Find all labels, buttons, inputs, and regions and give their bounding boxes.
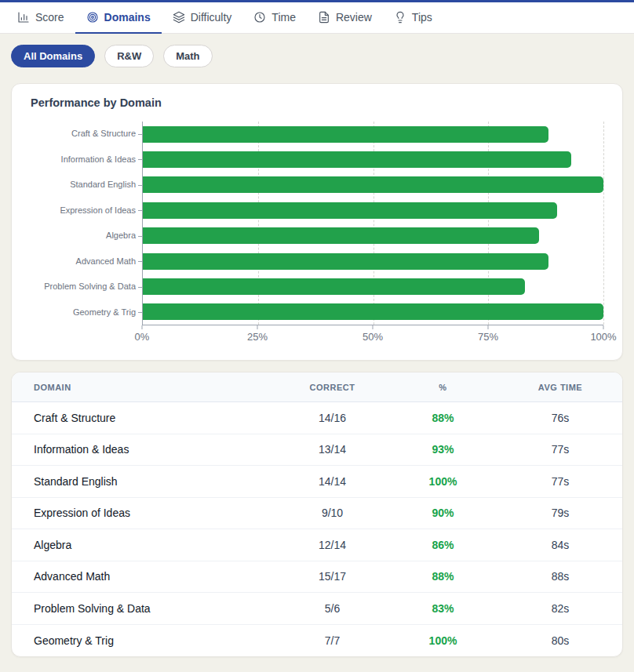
- x-axis-tick-label: 50%: [363, 331, 383, 343]
- clock-icon: [253, 11, 266, 24]
- domain-stats-table: DOMAIN CORRECT % AVG TIME Craft & Struct…: [11, 372, 623, 657]
- cell-avg-time: 88s: [498, 570, 622, 583]
- tab-tips[interactable]: Tips: [383, 2, 443, 34]
- gridline-100: [603, 122, 604, 325]
- chart-category-label: Information & Ideas: [24, 147, 142, 173]
- chart-category-label: Geometry & Trig: [24, 300, 142, 326]
- filter-pill-all-domains[interactable]: All Domains: [11, 45, 95, 67]
- lightbulb-icon: [394, 11, 406, 24]
- tab-label: Review: [336, 11, 372, 24]
- tab-label: Time: [271, 11, 296, 24]
- cell-domain: Craft & Structure: [34, 412, 277, 424]
- cell-avg-time: 77s: [498, 443, 622, 456]
- chart-category-label: Algebra: [24, 223, 142, 249]
- cell-avg-time: 76s: [498, 412, 622, 424]
- table-row: Standard English14/14100%77s: [12, 466, 622, 498]
- x-axis-tick-label: 0%: [135, 331, 150, 343]
- domain-filter-pills: All DomainsR&WMath: [0, 34, 634, 72]
- cell-percent: 90%: [388, 507, 498, 519]
- chart-category-label: Problem Solving & Data: [24, 274, 142, 300]
- chart-bar-row: [143, 147, 603, 172]
- tab-label: Difficulty: [191, 11, 232, 24]
- bar-geometry-trig: [143, 303, 603, 320]
- cell-percent: 88%: [388, 570, 498, 583]
- x-axis-tick: [603, 325, 604, 329]
- column-header-percent: %: [388, 383, 498, 392]
- tab-time[interactable]: Time: [242, 2, 307, 34]
- bar-chart-icon: [17, 11, 30, 24]
- cell-correct: 14/16: [277, 412, 388, 424]
- table-row: Information & Ideas13/1493%77s: [12, 434, 622, 467]
- document-icon: [318, 11, 330, 24]
- chart-bar-row: [143, 249, 603, 274]
- domain-bar-chart: Craft & StructureInformation & IdeasStan…: [24, 122, 603, 325]
- layers-icon: [173, 11, 185, 24]
- cell-percent: 93%: [388, 443, 498, 456]
- cell-correct: 13/14: [277, 443, 388, 456]
- bar-expression-of-ideas: [143, 202, 557, 219]
- table-row: Advanced Math15/1788%88s: [12, 561, 622, 594]
- filter-pill-r-w[interactable]: R&W: [104, 45, 154, 67]
- cell-percent: 100%: [388, 634, 498, 647]
- table-row: Expression of Ideas9/1090%79s: [12, 498, 622, 530]
- cell-percent: 100%: [388, 475, 498, 488]
- cell-correct: 12/14: [277, 539, 388, 551]
- x-axis-tick: [488, 325, 489, 329]
- table-row: Algebra12/1486%84s: [12, 529, 622, 561]
- cell-avg-time: 82s: [498, 602, 622, 615]
- cell-domain: Standard English: [34, 475, 277, 488]
- chart-bar-row: [143, 198, 603, 223]
- x-axis-tick-label: 25%: [247, 331, 268, 343]
- cell-domain: Advanced Math: [34, 570, 277, 583]
- cell-domain: Information & Ideas: [34, 443, 277, 456]
- cell-correct: 7/7: [277, 634, 388, 647]
- table-header-row: DOMAIN CORRECT % AVG TIME: [12, 372, 622, 402]
- tab-difficulty[interactable]: Difficulty: [162, 2, 243, 34]
- filter-pill-math[interactable]: Math: [163, 45, 212, 67]
- x-axis-tick: [373, 325, 373, 329]
- cell-percent: 86%: [388, 539, 498, 551]
- chart-bar-row: [143, 173, 603, 198]
- cell-avg-time: 84s: [498, 539, 622, 551]
- cell-avg-time: 80s: [498, 634, 622, 647]
- chart-bar-row: [143, 122, 603, 147]
- tab-bar: ScoreDomainsDifficultyTimeReviewTips: [0, 2, 634, 34]
- chart-plot-area: [142, 122, 603, 325]
- tab-domains[interactable]: Domains: [75, 2, 162, 34]
- bar-problem-solving-data: [143, 278, 525, 295]
- cell-correct: 5/6: [277, 602, 388, 615]
- target-icon: [86, 11, 99, 24]
- performance-chart-card: Performance by Domain Craft & StructureI…: [11, 83, 623, 361]
- cell-percent: 83%: [388, 602, 498, 615]
- chart-category-label: Advanced Math: [24, 249, 142, 275]
- table-row: Problem Solving & Data5/683%82s: [12, 593, 622, 625]
- table-row: Geometry & Trig7/7100%80s: [12, 625, 622, 657]
- bar-advanced-math: [143, 253, 548, 270]
- tab-score[interactable]: Score: [6, 2, 75, 34]
- x-axis-tick: [257, 325, 258, 329]
- chart-x-axis: 0%25%50%75%100%: [142, 325, 603, 349]
- tab-label: Domains: [104, 11, 151, 24]
- x-axis-tick-label: 100%: [590, 331, 616, 343]
- chart-bar-row: [143, 300, 603, 325]
- tab-label: Tips: [412, 11, 432, 24]
- x-axis-tick-label: 75%: [478, 331, 498, 343]
- bar-standard-english: [143, 176, 603, 193]
- chart-category-label: Expression of Ideas: [24, 198, 142, 224]
- table-body: Craft & Structure14/1688%76sInformation …: [12, 402, 622, 656]
- column-header-avg-time: AVG TIME: [498, 383, 622, 392]
- cell-avg-time: 77s: [498, 475, 622, 488]
- cell-correct: 9/10: [277, 507, 388, 519]
- cell-domain: Geometry & Trig: [34, 634, 277, 647]
- chart-y-axis-labels: Craft & StructureInformation & IdeasStan…: [24, 122, 142, 325]
- tab-review[interactable]: Review: [307, 2, 383, 34]
- column-header-domain: DOMAIN: [34, 383, 277, 392]
- chart-bar-row: [143, 274, 603, 299]
- tab-label: Score: [35, 11, 64, 24]
- chart-bar-row: [143, 223, 603, 249]
- bar-craft-structure: [143, 126, 548, 143]
- cell-percent: 88%: [388, 412, 498, 424]
- chart-title: Performance by Domain: [24, 96, 603, 109]
- cell-domain: Expression of Ideas: [34, 507, 277, 519]
- cell-domain: Algebra: [34, 539, 277, 551]
